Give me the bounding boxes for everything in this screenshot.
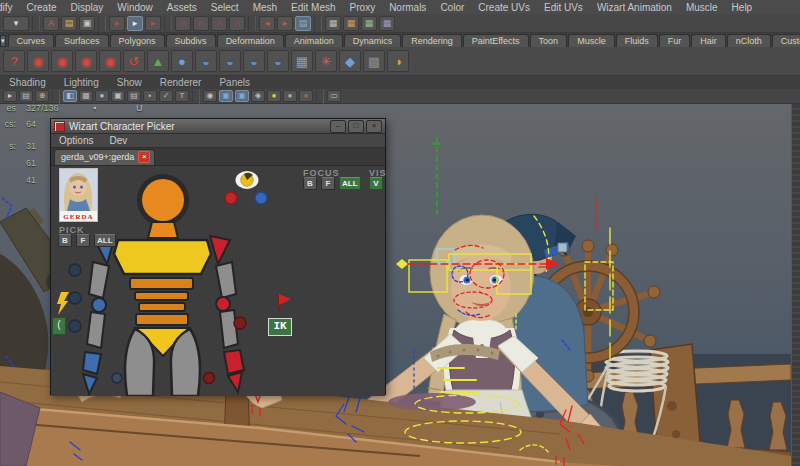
shelf-tab-selector-icon[interactable]: ▾ bbox=[0, 35, 6, 47]
vp-gray-ball-icon[interactable]: ● bbox=[283, 90, 297, 102]
character-body-diagram[interactable] bbox=[51, 166, 385, 396]
minimize-button[interactable]: – bbox=[330, 120, 346, 133]
ik-mode-button[interactable]: IK bbox=[268, 318, 292, 336]
menu-item[interactable]: Edit Mesh bbox=[284, 2, 342, 13]
menu-item[interactable]: Display bbox=[63, 2, 110, 13]
pick-button[interactable]: B bbox=[58, 234, 72, 247]
picker-title-bar[interactable]: Wizart Character Picker – □ × bbox=[51, 119, 385, 134]
shelf-tab[interactable]: Surfaces bbox=[55, 34, 109, 47]
menu-item[interactable]: Create bbox=[19, 2, 63, 13]
paint-bucket-3-shelf-icon[interactable]: ◒ bbox=[243, 50, 265, 72]
shelf-tab[interactable]: Toon bbox=[530, 34, 568, 47]
menu-item[interactable]: Mesh bbox=[246, 2, 284, 13]
vp-yellow-light-icon[interactable]: ● bbox=[267, 90, 281, 102]
select-hierarchy-icon[interactable]: ▸ bbox=[109, 16, 125, 31]
picker-character-tab[interactable]: gerda_v09+:gerda × bbox=[54, 149, 155, 165]
snap-surface-icon[interactable]: ∩ bbox=[229, 16, 245, 31]
tab-close-icon[interactable]: × bbox=[138, 151, 150, 163]
save-scene-icon[interactable]: ▣ bbox=[79, 16, 95, 31]
menu-item[interactable]: Select bbox=[204, 2, 246, 13]
shelf-tab[interactable]: Subdivs bbox=[166, 34, 216, 47]
character-thumbnail[interactable]: GERDA bbox=[59, 168, 98, 222]
shelf-tab[interactable]: Muscle bbox=[568, 34, 615, 47]
snap-curve-icon[interactable]: ∩ bbox=[193, 16, 209, 31]
curve-arrow-shelf-icon[interactable]: ↺ bbox=[123, 50, 145, 72]
green-arrow-shelf-icon[interactable]: ▲ bbox=[147, 50, 169, 72]
crate-shelf-icon[interactable]: ▩ bbox=[363, 50, 385, 72]
render-settings-icon[interactable]: ▦ bbox=[379, 16, 395, 31]
spray-blue-cube-shelf-icon[interactable]: ◆ bbox=[339, 50, 361, 72]
menu-item[interactable]: Normals bbox=[382, 2, 433, 13]
menu-item[interactable]: Muscle bbox=[679, 2, 725, 13]
ipr-render-icon[interactable]: ▦ bbox=[361, 16, 377, 31]
panel-menu-item[interactable]: Renderer bbox=[151, 77, 211, 88]
vp-light-icon[interactable]: ▪ bbox=[143, 90, 157, 102]
vp-xray-icon[interactable]: ◧ bbox=[63, 90, 77, 102]
shelf-tab[interactable]: Deformation bbox=[217, 34, 284, 47]
input-connections-icon[interactable]: ◂ bbox=[259, 16, 275, 31]
vp-lattice-icon[interactable]: ▤ bbox=[19, 90, 33, 102]
character-picker-window[interactable]: Wizart Character Picker – □ × OptionsDev… bbox=[50, 118, 386, 395]
shelf-tab[interactable]: Rendering bbox=[402, 34, 462, 47]
shelf-tab[interactable]: Polygons bbox=[110, 34, 165, 47]
camera-aim-shelf-icon[interactable]: ◉ bbox=[51, 50, 73, 72]
paint-bucket-2-shelf-icon[interactable]: ◒ bbox=[219, 50, 241, 72]
camera-move-shelf-icon[interactable]: ◉ bbox=[99, 50, 121, 72]
open-scene-icon[interactable]: ▤ bbox=[61, 16, 77, 31]
vp-brown-ball-icon[interactable]: ● bbox=[299, 90, 313, 102]
menu-item[interactable]: Color bbox=[433, 2, 471, 13]
shelf-tab[interactable]: Fur bbox=[659, 34, 691, 47]
panel-menu-item[interactable]: Lighting bbox=[55, 77, 108, 88]
menu-item[interactable]: Assets bbox=[160, 2, 204, 13]
panel-menu-item[interactable]: Shading bbox=[0, 77, 55, 88]
vp-texture-icon[interactable]: ▤ bbox=[127, 90, 141, 102]
focus-button[interactable]: B bbox=[303, 177, 317, 190]
vp-snowflake-icon[interactable]: ◈ bbox=[251, 90, 265, 102]
menu-item[interactable]: Wizart Animation bbox=[590, 2, 679, 13]
output-connections-icon[interactable]: ▸ bbox=[277, 16, 293, 31]
menu-item[interactable]: Edit UVs bbox=[537, 2, 590, 13]
shelf-tab[interactable]: Custom bbox=[772, 34, 800, 47]
focus-button[interactable]: F bbox=[321, 177, 335, 190]
snap-point-icon[interactable]: ∩ bbox=[211, 16, 227, 31]
pick-button[interactable]: ALL bbox=[94, 234, 116, 247]
pick-button[interactable]: F bbox=[76, 234, 90, 247]
fk-paren-button[interactable]: ( bbox=[52, 317, 66, 335]
focus-button[interactable]: ALL bbox=[339, 177, 361, 190]
menu-item[interactable]: Proxy bbox=[343, 2, 383, 13]
close-button[interactable]: × bbox=[366, 120, 382, 133]
shelf-tab[interactable]: nCloth bbox=[727, 34, 771, 47]
paint-bucket-shelf-icon[interactable]: ◒ bbox=[195, 50, 217, 72]
vp-grid-icon[interactable]: ▭ bbox=[327, 90, 341, 102]
menu-item[interactable]: Modify bbox=[0, 2, 19, 13]
select-object-icon[interactable]: ▸ bbox=[127, 16, 143, 31]
vp-text-icon[interactable]: T bbox=[175, 90, 189, 102]
right-panel-edge[interactable] bbox=[791, 104, 800, 466]
tool-box-dropdown[interactable]: ▾ bbox=[3, 16, 29, 31]
menu-item[interactable]: Window bbox=[110, 2, 160, 13]
shelf-tab[interactable]: Animation bbox=[285, 34, 343, 47]
snap-grid-icon[interactable]: ∩ bbox=[175, 16, 191, 31]
palette-shelf-icon[interactable]: ◑ bbox=[387, 50, 409, 72]
panel-menu-item[interactable]: Show bbox=[108, 77, 151, 88]
spray-red-shelf-icon[interactable]: ✳ bbox=[315, 50, 337, 72]
new-scene-icon[interactable]: A bbox=[43, 16, 59, 31]
vp-move-icon[interactable]: ⊕ bbox=[35, 90, 49, 102]
vis-button[interactable]: V bbox=[369, 177, 383, 190]
menu-item[interactable]: Help bbox=[725, 2, 760, 13]
maximize-button[interactable]: □ bbox=[348, 120, 364, 133]
shelf-tab[interactable]: Dynamics bbox=[344, 34, 402, 47]
vp-check-icon[interactable]: ✓ bbox=[159, 90, 173, 102]
sphere-shelf-icon[interactable]: ● bbox=[171, 50, 193, 72]
render-view-icon[interactable]: ▦ bbox=[325, 16, 341, 31]
camera-up-shelf-icon[interactable]: ◉ bbox=[75, 50, 97, 72]
help-shelf-icon[interactable]: ? bbox=[3, 50, 25, 72]
vp-select-icon[interactable]: ▸ bbox=[3, 90, 17, 102]
shelf-tab[interactable]: Hair bbox=[691, 34, 726, 47]
shelf-tab[interactable]: Fluids bbox=[616, 34, 658, 47]
vp-blue-cube-icon[interactable]: ▣ bbox=[219, 90, 233, 102]
render-current-frame-icon[interactable]: ▦ bbox=[343, 16, 359, 31]
vp-shaded-sphere-icon[interactable]: ● bbox=[95, 90, 109, 102]
vp-blue-cube-2-icon[interactable]: ▣ bbox=[235, 90, 249, 102]
camera-shelf-icon[interactable]: ◉ bbox=[27, 50, 49, 72]
